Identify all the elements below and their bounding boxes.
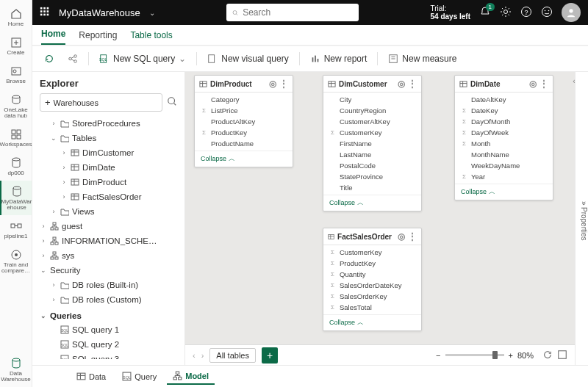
settings-icon[interactable] <box>500 6 512 20</box>
tree-queries-header[interactable]: ⌄Queries <box>40 307 177 322</box>
collapse-button[interactable]: Collapse ︿ <box>323 314 421 330</box>
search-input[interactable] <box>243 7 353 18</box>
fit-to-page-button[interactable] <box>542 350 553 361</box>
eye-icon[interactable]: ◎ <box>398 79 405 88</box>
field[interactable]: ΣSalesOrderDateKey <box>323 280 421 291</box>
field[interactable]: ΣSalesTotal <box>323 302 421 313</box>
field[interactable]: FirstName <box>323 138 421 149</box>
field[interactable]: ΣProductKey <box>195 127 293 138</box>
nav-home[interactable]: Home <box>0 3 32 32</box>
nav-browse[interactable]: Browse <box>0 60 32 89</box>
field[interactable]: PostalCode <box>323 160 421 171</box>
view-tab-query[interactable]: SQLQuery <box>116 368 162 385</box>
table-card-dimdate[interactable]: DimDate◎⋮DateAltKeyΣDateKeyΣDayOfMonthΣD… <box>454 75 553 200</box>
feedback-icon[interactable] <box>541 6 553 20</box>
new-visual-query-button[interactable]: New visual query <box>203 51 293 67</box>
more-icon[interactable]: ⋮ <box>539 79 548 88</box>
field[interactable]: ΣListPrice <box>195 105 293 116</box>
table-card-dimproduct[interactable]: DimProduct◎⋮CategoryΣListPriceProductAlt… <box>194 75 293 167</box>
field[interactable]: ΣMonth <box>455 138 553 149</box>
user-avatar[interactable] <box>562 3 581 22</box>
add-tab-button[interactable]: + <box>262 347 278 364</box>
tree-sys[interactable]: ›sys <box>40 248 177 263</box>
tree-db-roles-custom-[interactable]: ›DB roles (Custom) <box>40 292 177 307</box>
collapse-button[interactable]: Collapse ︿ <box>323 195 421 211</box>
nav-create[interactable]: Create <box>0 32 32 60</box>
field[interactable]: ΣYear <box>455 171 553 182</box>
search-box[interactable] <box>226 4 359 21</box>
field[interactable]: Title <box>323 182 421 193</box>
add-warehouse-button[interactable]: +Warehouses <box>40 93 162 112</box>
field[interactable]: ΣDateKey <box>455 105 553 116</box>
more-icon[interactable]: ⋮ <box>279 79 288 88</box>
all-tables-tab[interactable]: All tables <box>209 348 256 363</box>
tree-information-sche-[interactable]: ›INFORMATION_SCHE… <box>40 234 177 248</box>
zoom-slider[interactable] <box>445 354 504 356</box>
table-card-dimcustomer[interactable]: DimCustomer◎⋮CityCountryRegionCustomerAl… <box>323 75 422 211</box>
new-sql-query-button[interactable]: SQLNew SQL query ⌄ <box>95 51 190 67</box>
field[interactable]: ΣCustomerKey <box>323 247 421 258</box>
eye-icon[interactable]: ◎ <box>529 79 537 88</box>
tab-home[interactable]: Home <box>41 24 65 45</box>
nav-data-warehouse[interactable]: Data Warehouse <box>0 352 32 387</box>
card-header[interactable]: DimProduct◎⋮ <box>195 76 293 93</box>
more-icon[interactable]: ⋮ <box>408 79 417 88</box>
field[interactable]: ΣDayOfMonth <box>455 116 553 127</box>
fullscreen-button[interactable] <box>557 350 567 361</box>
tree-dimcustomer[interactable]: ›DimCustomer <box>40 145 177 160</box>
workspace-title[interactable]: MyDataWarehouse <box>59 7 140 18</box>
tree-views[interactable]: ›Views <box>40 204 177 219</box>
collapse-button[interactable]: Collapse ︿ <box>455 184 553 200</box>
field[interactable]: CustomerAltKey <box>323 116 421 127</box>
field[interactable]: ProductAltKey <box>195 116 293 127</box>
tree-storedprocedures[interactable]: ›StoredProcedures <box>40 116 177 131</box>
zoom-out-button[interactable]: − <box>436 351 440 360</box>
refresh-button[interactable] <box>40 51 59 67</box>
tab-reporting[interactable]: Reporting <box>79 26 117 45</box>
field[interactable]: City <box>323 94 421 105</box>
new-measure-button[interactable]: New measure <box>384 51 461 67</box>
field[interactable]: WeekDayName <box>455 160 553 171</box>
notifications-icon[interactable]: 1 <box>479 6 491 20</box>
chevron-down-icon[interactable]: ⌄ <box>149 9 155 17</box>
help-icon[interactable]: ? <box>520 6 532 20</box>
model-canvas[interactable]: ‹ ‹ › All tables + − + 80% D <box>185 72 575 365</box>
prev-page-button[interactable]: ‹ <box>193 351 196 360</box>
nav-mydatawar-ehouse[interactable]: MyDataWar ehouse <box>0 181 32 215</box>
eye-icon[interactable]: ◎ <box>269 79 276 88</box>
waffle-icon[interactable] <box>40 7 50 19</box>
card-header[interactable]: DimCustomer◎⋮ <box>323 76 421 93</box>
tree-dimproduct[interactable]: ›DimProduct <box>40 175 177 189</box>
tree-guest[interactable]: ›guest <box>40 219 177 234</box>
nav-onelake-data-hub[interactable]: OneLake data hub <box>0 89 32 123</box>
nav-workspaces[interactable]: Workspaces <box>0 123 32 152</box>
next-page-button[interactable]: › <box>201 351 204 360</box>
field[interactable]: LastName <box>323 149 421 160</box>
card-header[interactable]: FactSalesOrder◎⋮ <box>323 228 421 245</box>
card-header[interactable]: DimDate◎⋮ <box>455 76 553 93</box>
collapse-button[interactable]: Collapse ︿ <box>195 151 293 167</box>
field[interactable]: ΣCustomerKey <box>323 127 421 138</box>
field[interactable]: ΣDayOfWeek <box>455 127 553 138</box>
more-icon[interactable]: ⋮ <box>408 232 417 241</box>
view-tab-model[interactable]: Model <box>167 368 215 385</box>
eye-icon[interactable]: ◎ <box>398 232 405 241</box>
nav-dp-[interactable]: dp000 <box>0 152 32 181</box>
tree-query[interactable]: SQLSQL query 3 <box>40 352 177 359</box>
zoom-in-button[interactable]: + <box>509 351 513 360</box>
view-tab-data[interactable]: Data <box>71 368 112 385</box>
tree-query[interactable]: SQLSQL query 2 <box>40 337 177 352</box>
new-report-button[interactable]: New report <box>306 51 372 67</box>
table-card-factsalesorder[interactable]: FactSalesOrder◎⋮ΣCustomerKeyΣProductKeyΣ… <box>323 228 422 331</box>
field[interactable]: MonthName <box>455 149 553 160</box>
tree-factsalesorder[interactable]: ›FactSalesOrder <box>40 189 177 204</box>
tree-tables[interactable]: ⌄Tables <box>40 131 177 145</box>
share-button[interactable] <box>63 51 82 67</box>
nav-pipeline-[interactable]: pipeline1 <box>0 215 32 244</box>
field[interactable]: ΣQuantity <box>323 269 421 280</box>
nav-train-and-compare-[interactable]: Train and compare… <box>0 244 32 278</box>
properties-panel-toggle[interactable]: » Properties <box>575 72 588 365</box>
field[interactable]: Category <box>195 94 293 105</box>
tree-dimdate[interactable]: ›DimDate <box>40 160 177 175</box>
field[interactable]: ΣProductKey <box>323 258 421 269</box>
